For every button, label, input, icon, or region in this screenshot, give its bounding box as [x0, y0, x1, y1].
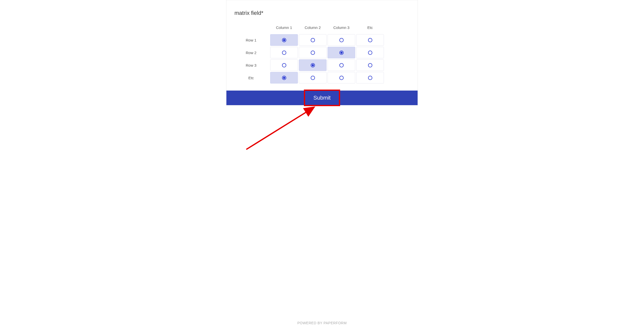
radio-icon [339, 51, 344, 55]
radio-icon [339, 38, 344, 42]
radio-icon [282, 38, 286, 42]
matrix-radio-cell[interactable] [356, 59, 384, 71]
radio-icon [368, 76, 372, 80]
matrix-radio-cell[interactable] [356, 34, 384, 46]
radio-icon [311, 76, 315, 80]
form-container: matrix field* Column 1 Column 2 Column 3… [226, 0, 418, 105]
radio-icon [282, 76, 286, 80]
matrix-corner-cell [234, 23, 270, 33]
radio-icon [368, 38, 372, 42]
matrix-radio-cell[interactable] [270, 34, 298, 46]
radio-icon [282, 51, 286, 55]
matrix-field-section: matrix field* Column 1 Column 2 Column 3… [226, 0, 418, 91]
matrix-row-label: Etc [234, 72, 270, 84]
submit-bar[interactable]: Submit [226, 91, 418, 105]
matrix-radio-cell[interactable] [356, 47, 384, 58]
annotation-arrow-icon [245, 104, 318, 152]
matrix-row-label: Row 2 [234, 47, 270, 58]
footer-credit: POWERED BY PAPERFORM [0, 321, 644, 325]
radio-icon [311, 51, 315, 55]
radio-icon [282, 63, 286, 67]
matrix-radio-cell[interactable] [299, 72, 327, 84]
field-label: matrix field* [234, 10, 410, 16]
matrix-radio-cell[interactable] [299, 47, 327, 58]
matrix-radio-cell[interactable] [299, 34, 327, 46]
matrix-radio-cell[interactable] [328, 59, 355, 71]
matrix-radio-cell[interactable] [328, 47, 355, 58]
radio-icon [368, 63, 372, 67]
submit-button[interactable]: Submit [313, 95, 331, 101]
matrix-radio-cell[interactable] [356, 72, 384, 84]
radio-icon [339, 76, 344, 80]
radio-icon [368, 51, 372, 55]
matrix-col-header: Column 2 [298, 23, 327, 33]
matrix-row-label: Row 3 [234, 59, 270, 71]
matrix-radio-cell[interactable] [328, 72, 355, 84]
radio-icon [311, 63, 315, 67]
matrix-col-header: Etc [356, 23, 384, 33]
matrix-row-label: Row 1 [234, 34, 270, 46]
matrix-col-header: Column 1 [270, 23, 298, 33]
matrix-radio-cell[interactable] [299, 59, 327, 71]
radio-icon [339, 63, 344, 67]
matrix-col-header: Column 3 [327, 23, 356, 33]
svg-line-1 [246, 107, 314, 149]
matrix-radio-cell[interactable] [270, 59, 298, 71]
radio-icon [311, 38, 315, 42]
matrix-radio-cell[interactable] [270, 72, 298, 84]
matrix-radio-cell[interactable] [270, 47, 298, 58]
matrix-table: Column 1 Column 2 Column 3 Etc Row 1 Row… [234, 23, 410, 84]
matrix-radio-cell[interactable] [328, 34, 355, 46]
